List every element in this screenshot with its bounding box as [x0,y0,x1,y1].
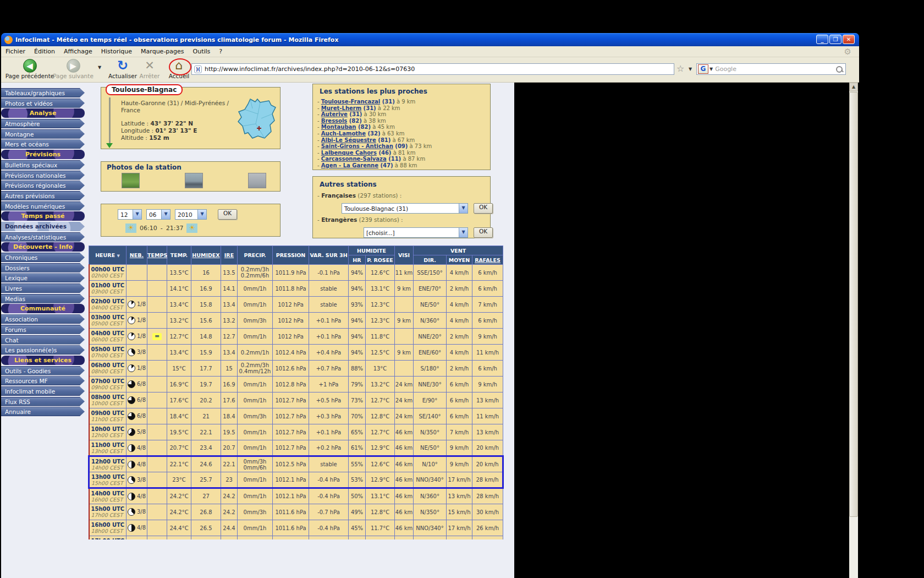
station-photo-3[interactable] [248,173,266,188]
nearby-station-link[interactable]: Saint-Girons - Antichan [321,143,393,149]
station-photo-1[interactable] [122,173,140,188]
france-map[interactable] [237,97,277,141]
station-photo-2[interactable] [185,173,203,188]
sidebar-item[interactable]: Les passionné(e)s [1,345,85,355]
french-station-select[interactable]: Toulouse-Blagnac (31)▼ [342,203,468,214]
chevron-down-icon[interactable]: ▼ [459,204,468,213]
col-header-humidex[interactable]: HUMIDEX [191,246,221,265]
chevron-down-icon[interactable]: ▼ [133,210,141,219]
nearby-station-link[interactable]: Muret-Lherm [321,105,361,111]
pression-cell: 1012 hPa [273,297,309,313]
menu-item[interactable]: ? [215,47,227,56]
sidebar-item[interactable]: Atmosphère [1,119,85,128]
maximize-button[interactable]: ❐ [829,35,842,44]
year-select[interactable]: 2010▼ [175,209,207,220]
sidebar-item[interactable]: Analyses/statistiques [1,232,85,242]
foreign-station-select[interactable]: [choisir...]▼ [364,227,468,238]
home-button[interactable]: ⌂ Accueil [164,59,194,79]
sidebar-section-header: Découverte - Info [1,242,85,252]
bookmark-star-icon[interactable]: ☆ [676,63,684,74]
nearby-station-link[interactable]: Montauban [321,124,356,130]
menu-item[interactable]: Outils [189,47,215,56]
history-caret-icon[interactable]: ▼ [98,65,101,70]
sidebar-item[interactable]: Annuaire [1,407,85,416]
sidebar-item[interactable]: Photos et vidéos [1,99,85,108]
menu-item[interactable]: Affichage [59,47,97,56]
sidebar-item[interactable]: Livres [1,283,85,293]
menu-item[interactable]: Historique [97,47,136,56]
sidebar-item[interactable]: Infoclimat mobile [1,386,85,396]
table-row: 11h00 UTC13h00 CEST4/820.7°C23.420.70mm/… [89,440,503,456]
wind-mean-cell [447,536,472,540]
month-select[interactable]: 06▼ [146,209,170,220]
sidebar-item[interactable]: Prévisions régionales [1,181,85,190]
sidebar-item[interactable]: Flux RSS [1,397,85,406]
ire-cell: 19.5 [221,424,238,440]
col-header-ire[interactable]: IRE [221,246,238,265]
title-bar[interactable]: Infoclimat - Météo en temps réel - obser… [1,33,859,46]
scroll-up-icon[interactable]: ▲ [849,83,858,91]
sidebar-item[interactable]: Chat [1,335,85,345]
sidebar-item[interactable]: Outils - Goodies [1,366,85,375]
table-row: 03h00 UTC05h00 CEST1/813.2°C15.613.20mm/… [89,313,503,329]
foreign-ok-button[interactable]: OK [474,227,493,238]
col-header-temps[interactable]: TEMPS [147,246,167,265]
station-dept: (09) [393,143,408,149]
weather-symbol-cell [147,281,167,297]
search-engine-caret-icon[interactable]: ▼ [710,67,713,72]
menu-item[interactable]: Marque-pages [136,47,188,56]
close-button[interactable]: ✕ [843,35,855,44]
minimize-button[interactable]: _ [816,35,828,44]
sidebar-item[interactable]: Association [1,314,85,324]
weather-symbol-cell [147,472,167,488]
precip-cell: 0.2mm/3h 0.4mm/12h [238,361,273,377]
nearby-station-link[interactable]: Bressols [321,118,348,124]
nearby-station-link[interactable]: Auterive [321,111,348,117]
sidebar-item[interactable]: Montagne [1,129,85,139]
stop-button[interactable]: ✕ Arrêter [133,59,166,79]
nearby-station-link[interactable]: Agen - La Garenne [321,162,378,168]
vertical-scrollbar[interactable]: ▲ [849,83,858,578]
date-ok-button[interactable]: OK [218,209,237,220]
sidebar-item[interactable]: Autres prévisions [1,191,85,200]
sidebar-item[interactable]: Chroniques [1,253,85,262]
sidebar-item[interactable]: Medias [1,294,85,303]
sidebar-item[interactable]: Ressources MF [1,376,85,385]
scrollbar-thumb[interactable] [849,92,858,517]
ire-cell: 13.4 [221,297,238,313]
nearby-station-link[interactable]: Auch-Lamothe [321,130,366,137]
sidebar-item[interactable]: Modèles numériques [1,201,85,211]
wind-dir-cell: E/90° [414,392,447,408]
col-header-neb[interactable]: NEB. [127,246,147,265]
nearby-station-item: - Bressols (82) à 38 km [317,118,432,124]
sidebar-item[interactable]: Tableaux/graphiques [1,88,85,97]
sidebar-item[interactable]: Données archivées [1,222,85,231]
day-select[interactable]: 12▼ [118,209,142,220]
url-bar[interactable]: )( http://www.infoclimat.fr/archives/ind… [191,63,674,75]
nearby-station-link[interactable]: Toulouse-Francazal [321,99,380,105]
nearby-station-link[interactable]: Carcassonne-Salvaza [321,156,387,162]
sidebar-item[interactable]: Dossiers [1,263,85,272]
menu-item[interactable]: Fichier [1,47,30,56]
sidebar-item[interactable]: Mers et océans [1,139,85,149]
nearby-station-link[interactable]: Albi-Le Séquestre [321,137,376,143]
var3h-cell [309,536,349,540]
chevron-down-icon[interactable]: ▼ [459,228,468,237]
chevron-down-icon[interactable]: ▼ [161,210,170,219]
search-box[interactable]: G ▼ Google [696,63,846,75]
google-logo-icon[interactable]: G [698,64,708,74]
french-ok-button[interactable]: OK [474,203,493,214]
sidebar-item[interactable]: Prévisions nationales [1,171,85,180]
sidebar-item[interactable]: Lexique [1,273,85,282]
forward-button[interactable]: ▶ Page suivante [50,59,97,79]
col-header-heure[interactable]: HEURE ▼ [89,246,127,265]
sidebar-item[interactable]: Bulletins spéciaux [1,160,85,170]
nearby-station-link[interactable]: Lalbenque Cahors [321,150,377,156]
bookmark-caret-icon[interactable]: ▼ [689,67,692,72]
back-button[interactable]: ◀ Page précédente [4,59,55,79]
chevron-down-icon[interactable]: ▼ [197,210,206,219]
search-magnifier-icon[interactable] [835,66,843,73]
sidebar-item[interactable]: Forums [1,325,85,334]
menu-item[interactable]: Édition [30,47,59,56]
col-header-rafales[interactable]: RAFALES [472,255,503,265]
